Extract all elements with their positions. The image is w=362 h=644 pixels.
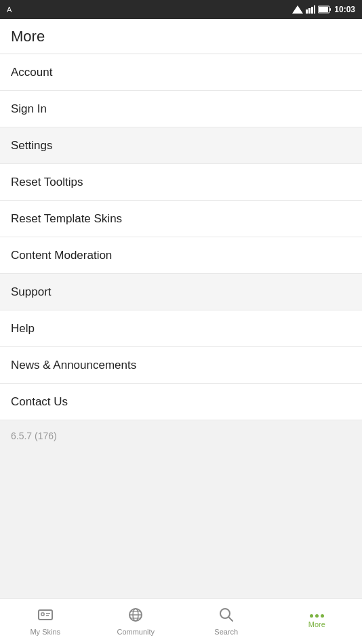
menu-item-reset-tooltips[interactable]: Reset Tooltips <box>0 164 362 201</box>
time-display: 10:03 <box>334 5 355 14</box>
wifi-icon <box>306 5 315 14</box>
svg-rect-9 <box>41 613 44 616</box>
app-icon: A <box>7 5 12 14</box>
menu-item-support[interactable]: Support <box>0 274 362 310</box>
svg-rect-6 <box>329 8 331 11</box>
nav-label-more: More <box>308 620 325 628</box>
svg-rect-4 <box>314 5 315 14</box>
page-title-bar: More <box>0 19 362 54</box>
status-bar-right: 10:03 <box>292 5 355 14</box>
status-bar: A 10:03 <box>0 0 362 19</box>
menu-item-reset-template-skins[interactable]: Reset Template Skins <box>0 201 362 237</box>
svg-rect-1 <box>306 9 308 14</box>
menu-item-settings[interactable]: Settings <box>0 127 362 164</box>
search-icon <box>219 607 234 625</box>
signal-icon <box>292 5 303 14</box>
svg-rect-2 <box>308 8 310 14</box>
my-skins-icon <box>37 607 54 625</box>
bottom-nav: My Skins Community Search <box>0 598 362 644</box>
page-title: More <box>11 28 45 45</box>
content-area: Account Sign In Settings Reset Tooltips … <box>0 54 362 598</box>
svg-rect-7 <box>319 7 328 12</box>
nav-label-my-skins: My Skins <box>30 628 60 636</box>
nav-label-community: Community <box>117 628 155 636</box>
menu-item-sign-in[interactable]: Sign In <box>0 91 362 127</box>
svg-rect-8 <box>39 610 52 620</box>
nav-item-community[interactable]: Community <box>91 599 182 644</box>
menu-item-help[interactable]: Help <box>0 310 362 347</box>
nav-item-my-skins[interactable]: My Skins <box>0 599 91 644</box>
battery-icon <box>318 5 331 14</box>
status-bar-left: A <box>7 5 12 14</box>
menu-item-content-moderation[interactable]: Content Moderation <box>0 237 362 274</box>
menu-item-account[interactable]: Account <box>0 54 362 91</box>
nav-label-search: Search <box>214 628 238 636</box>
svg-marker-0 <box>292 5 303 14</box>
community-icon <box>128 607 143 625</box>
nav-item-search[interactable]: Search <box>181 599 272 644</box>
version-area: 6.5.7 (176) <box>0 420 362 598</box>
version-text: 6.5.7 (176) <box>11 430 57 441</box>
menu-item-contact-us[interactable]: Contact Us <box>0 384 362 420</box>
svg-rect-3 <box>311 7 313 14</box>
menu-item-news-announcements[interactable]: News & Announcements <box>0 347 362 384</box>
nav-item-more[interactable]: More <box>272 599 363 644</box>
svg-line-18 <box>228 617 233 621</box>
menu-list: Account Sign In Settings Reset Tooltips … <box>0 54 362 420</box>
more-icon <box>310 614 324 618</box>
